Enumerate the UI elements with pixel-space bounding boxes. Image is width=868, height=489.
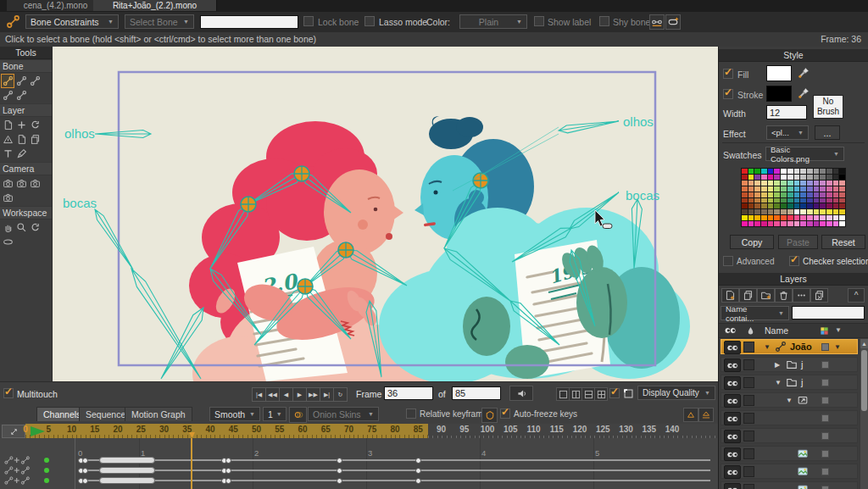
layer-row[interactable] xyxy=(721,481,858,489)
swatch-8-7[interactable] xyxy=(787,215,793,220)
swatch-3-6[interactable] xyxy=(781,186,787,192)
lock-bone-checkbox[interactable] xyxy=(303,16,314,26)
rotate-layer-tool-icon[interactable] xyxy=(28,118,42,132)
swatch-4-5[interactable] xyxy=(774,192,780,197)
prev-keyframe-button[interactable]: ◀◀ xyxy=(265,387,280,402)
stroke-width-input[interactable] xyxy=(766,105,807,119)
swatch-0-3[interactable] xyxy=(761,169,767,174)
layers-scrollbar[interactable]: ▲ xyxy=(860,339,868,489)
bind-layer-tool-icon[interactable] xyxy=(14,88,28,103)
layer-visibility-toggle[interactable] xyxy=(724,376,741,390)
layer-select-checkbox[interactable] xyxy=(743,359,754,370)
shy-bone-checkbox[interactable] xyxy=(599,16,609,26)
quality-checkbox[interactable] xyxy=(609,388,620,398)
interpolation-dropdown[interactable]: Smooth▼ xyxy=(209,407,260,421)
keyframe-dot-f44[interactable] xyxy=(225,458,231,464)
layer-color-swatch[interactable] xyxy=(821,432,829,440)
swatch-6-7[interactable] xyxy=(787,203,793,208)
swatch-6-13[interactable] xyxy=(826,203,832,208)
layer-row[interactable]: ▼ xyxy=(721,392,858,408)
layer-filter-input[interactable] xyxy=(792,306,865,320)
interp-steps-dropdown[interactable]: 1▼ xyxy=(263,407,287,421)
keyframe-dot-f68[interactable] xyxy=(337,468,342,474)
swatch-6-11[interactable] xyxy=(814,203,820,208)
layer-visibility-toggle[interactable] xyxy=(724,447,741,461)
layer-visibility-toggle[interactable] xyxy=(724,483,741,489)
channel-track-2[interactable] xyxy=(78,480,710,481)
swatch-5-13[interactable] xyxy=(826,198,832,203)
swatch-4-1[interactable] xyxy=(748,192,754,197)
keyframe-dot-f44[interactable] xyxy=(225,468,231,474)
swatch-3-5[interactable] xyxy=(774,186,780,192)
swatch-3-4[interactable] xyxy=(768,186,774,192)
scrollbar-up-arrow[interactable]: ▲ xyxy=(860,339,868,348)
bone-constraints-dropdown[interactable]: Bone Constraints▼ xyxy=(25,14,119,29)
swatch-5-9[interactable] xyxy=(800,198,806,203)
swatch-6-8[interactable] xyxy=(794,203,800,208)
layer-select-checkbox[interactable] xyxy=(743,431,754,442)
swatch-9-12[interactable] xyxy=(820,221,826,226)
layer-color-swatch[interactable] xyxy=(821,468,829,475)
keyframe-dot-f44[interactable] xyxy=(225,478,231,484)
swatch-7-9[interactable] xyxy=(800,209,806,214)
swatch-5-11[interactable] xyxy=(814,198,820,203)
swatch-6-2[interactable] xyxy=(754,203,760,208)
swatch-2-11[interactable] xyxy=(814,181,820,186)
swatch-2-10[interactable] xyxy=(807,181,813,186)
swatch-3-9[interactable] xyxy=(800,186,806,192)
bone-joint-1[interactable] xyxy=(241,197,256,212)
zoom-tool-tool-icon[interactable] xyxy=(14,220,28,235)
swatch-6-15[interactable] xyxy=(839,203,845,208)
swatch-6-0[interactable] xyxy=(742,203,748,208)
add-point-tool-icon[interactable] xyxy=(14,118,28,132)
swatch-9-5[interactable] xyxy=(774,221,780,226)
pan-tool-tool-icon[interactable] xyxy=(1,220,14,235)
swatch-3-10[interactable] xyxy=(807,186,813,192)
swatch-1-12[interactable] xyxy=(820,175,826,180)
layer-select-checkbox[interactable] xyxy=(743,342,754,353)
layer-visibility-toggle[interactable] xyxy=(724,465,741,479)
select-bone-dropdown[interactable]: Select Bone▼ xyxy=(125,14,194,29)
display-quality-dropdown[interactable]: Display Quality▼ xyxy=(637,386,715,400)
swatch-5-12[interactable] xyxy=(820,198,826,203)
go-start-button[interactable]: |◀ xyxy=(252,387,266,402)
lasso-mode-checkbox[interactable] xyxy=(364,16,375,26)
view-two-col-button[interactable] xyxy=(569,387,582,401)
swatch-2-2[interactable] xyxy=(754,181,760,186)
multitouch-checkbox[interactable] xyxy=(3,388,14,398)
swatch-8-4[interactable] xyxy=(768,215,774,220)
swatch-2-9[interactable] xyxy=(800,181,806,186)
swatch-9-3[interactable] xyxy=(761,221,767,226)
swatch-1-5[interactable] xyxy=(774,175,780,180)
swatch-2-0[interactable] xyxy=(742,181,748,186)
swatch-7-5[interactable] xyxy=(774,209,780,214)
swatch-8-13[interactable] xyxy=(826,215,832,220)
swatch-4-6[interactable] xyxy=(781,192,787,197)
swatch-9-15[interactable] xyxy=(839,221,845,226)
swatch-0-1[interactable] xyxy=(748,169,754,174)
advanced-checkbox[interactable] xyxy=(723,256,733,266)
swatch-9-6[interactable] xyxy=(781,221,787,226)
swatch-4-0[interactable] xyxy=(742,192,748,197)
layer-select-checkbox[interactable] xyxy=(743,377,754,388)
layer-visibility-toggle[interactable] xyxy=(724,394,741,408)
swatch-0-12[interactable] xyxy=(820,169,826,174)
delete-layer-button[interactable] xyxy=(775,288,793,303)
keyframe-bar[interactable] xyxy=(99,457,154,464)
layer-color-swatch[interactable] xyxy=(821,450,829,458)
swatch-0-10[interactable] xyxy=(807,169,813,174)
swatch-7-1[interactable] xyxy=(748,209,754,214)
swatch-0-2[interactable] xyxy=(754,169,760,174)
swatch-3-15[interactable] xyxy=(839,186,845,192)
swatch-4-4[interactable] xyxy=(768,192,774,197)
layer-color-swatch[interactable] xyxy=(821,361,829,369)
swatch-8-15[interactable] xyxy=(839,215,845,220)
bone-strength-button[interactable] xyxy=(649,14,665,30)
swatch-5-8[interactable] xyxy=(794,198,800,203)
swatch-5-15[interactable] xyxy=(839,198,845,203)
loop-button[interactable]: ↻ xyxy=(333,387,348,402)
swatch-3-0[interactable] xyxy=(742,186,748,192)
swatch-1-0[interactable] xyxy=(742,175,748,180)
keyframe-dot-f13[interactable] xyxy=(82,478,88,484)
swatch-3-14[interactable] xyxy=(833,186,839,192)
